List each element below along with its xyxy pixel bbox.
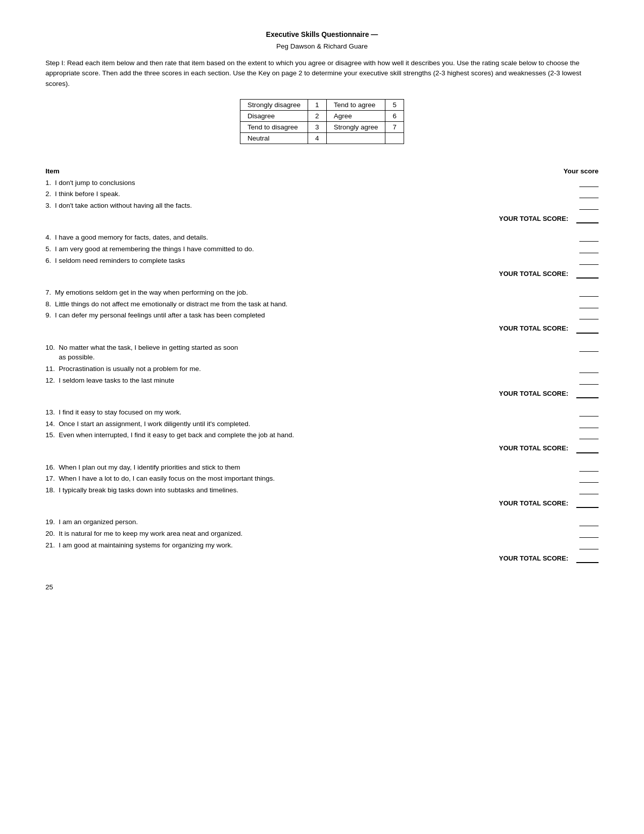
subtitle: Peg Dawson & Richard Guare [45,42,599,50]
score-input-11[interactable] [579,364,599,373]
question-9-text: 9. I can defer my personal feelings unti… [45,310,579,320]
table-row: 2. I think before I speak. [45,189,599,199]
score-input-20[interactable] [579,529,599,538]
section-4-total-label: YOUR TOTAL SCORE: [499,390,568,397]
scale-label-7: Strongly agree [326,121,385,132]
question-20-text: 20. It is natural for me to keep my work… [45,529,579,539]
section-2-total-line[interactable] [576,268,599,279]
scale-label-6: Agree [326,110,385,121]
scale-value-6: 6 [385,110,404,121]
score-input-14[interactable] [579,419,599,428]
section-6: 16. When I plan out my day, I identify p… [45,462,599,508]
table-row: 7. My emotions seldom get in the way whe… [45,288,599,298]
scale-label-2: Disagree [240,110,308,121]
section-4-total-line[interactable] [576,388,599,398]
scale-value-5: 5 [385,99,404,110]
table-row: 16. When I plan out my day, I identify p… [45,462,599,473]
question-1-text: 1. I don't jump to conclusions [45,178,579,188]
question-17-text: 17. When I have a lot to do, I can easil… [45,474,579,484]
question-16-text: 16. When I plan out my day, I identify p… [45,462,579,473]
section-5: 13. I find it easy to stay focused on my… [45,407,599,453]
score-input-19[interactable] [579,517,599,526]
scale-value-2: 2 [308,110,327,121]
score-input-13[interactable] [579,407,599,416]
section-6-total-line[interactable] [576,498,599,508]
scale-value-4: 4 [308,132,327,144]
scale-label-1: Strongly disagree [240,99,308,110]
section-3: 7. My emotions seldom get in the way whe… [45,288,599,334]
column-headers: Item Your score [45,167,599,175]
section-3-total-label: YOUR TOTAL SCORE: [499,325,568,332]
page-title: Executive Skills Questionnaire — [45,30,599,38]
table-row: 1. I don't jump to conclusions [45,178,599,188]
table-row: 15. Even when interrupted, I find it eas… [45,430,599,440]
question-5-text: 5. I am very good at remembering the thi… [45,244,579,254]
question-7-text: 7. My emotions seldom get in the way whe… [45,288,579,298]
question-14-text: 14. Once I start an assignment, I work d… [45,419,579,429]
section-1-total-row: YOUR TOTAL SCORE: [45,213,599,223]
scale-label-4: Neutral [240,132,308,144]
question-2-text: 2. I think before I speak. [45,189,579,199]
score-input-16[interactable] [579,462,599,472]
table-row: 14. Once I start an assignment, I work d… [45,419,599,429]
rating-scale-container: Strongly disagree 1 Tend to agree 5 Disa… [45,99,599,156]
score-input-6[interactable] [579,256,599,265]
section-1: 1. I don't jump to conclusions 2. I thin… [45,178,599,224]
question-6-text: 6. I seldom need reminders to complete t… [45,256,579,266]
table-row: 10. No matter what the task, I believe i… [45,343,599,362]
table-row: 20. It is natural for me to keep my work… [45,529,599,539]
table-row: 9. I can defer my personal feelings unti… [45,310,599,320]
section-3-total-line[interactable] [576,323,599,334]
table-row: 3. I don't take action without having al… [45,201,599,211]
score-input-2[interactable] [579,189,599,198]
score-input-18[interactable] [579,485,599,494]
section-3-total-row: YOUR TOTAL SCORE: [45,323,599,334]
table-row: 13. I find it easy to stay focused on my… [45,407,599,418]
scale-empty-2 [385,132,404,144]
section-7-total-line[interactable] [576,553,599,563]
table-row: 18. I typically break big tasks down int… [45,485,599,495]
score-input-4[interactable] [579,233,599,242]
section-7-total-row: YOUR TOTAL SCORE: [45,553,599,563]
score-input-12[interactable] [579,376,599,385]
table-row: 11. Procrastination is usually not a pro… [45,364,599,374]
question-19-text: 19. I am an organized person. [45,517,579,527]
question-15-text: 15. Even when interrupted, I find it eas… [45,430,579,440]
table-row: 5. I am very good at remembering the thi… [45,244,599,254]
section-1-total-line[interactable] [576,213,599,223]
section-2: 4. I have a good memory for facts, dates… [45,233,599,279]
score-input-8[interactable] [579,299,599,308]
question-13-text: 13. I find it easy to stay focused on my… [45,407,579,418]
question-3-text: 3. I don't take action without having al… [45,201,579,211]
score-input-3[interactable] [579,201,599,210]
scale-empty-1 [326,132,385,144]
score-input-9[interactable] [579,310,599,319]
table-row: 8. Little things do not affect me emotio… [45,299,599,309]
table-row: 17. When I have a lot to do, I can easil… [45,474,599,484]
page-number: 25 [45,583,599,591]
section-6-total-label: YOUR TOTAL SCORE: [499,499,568,507]
score-input-21[interactable] [579,540,599,549]
section-5-total-row: YOUR TOTAL SCORE: [45,443,599,453]
section-5-total-label: YOUR TOTAL SCORE: [499,444,568,452]
section-1-total-label: YOUR TOTAL SCORE: [499,215,568,222]
section-4-total-row: YOUR TOTAL SCORE: [45,388,599,398]
section-2-total-row: YOUR TOTAL SCORE: [45,268,599,279]
table-row: 21. I am good at maintaining systems for… [45,540,599,550]
question-4-text: 4. I have a good memory for facts, dates… [45,233,579,243]
section-5-total-line[interactable] [576,443,599,453]
score-input-1[interactable] [579,178,599,187]
table-row: 12. I seldom leave tasks to the last min… [45,376,599,386]
scale-label-3: Tend to disagree [240,121,308,132]
section-6-total-row: YOUR TOTAL SCORE: [45,498,599,508]
question-12-text: 12. I seldom leave tasks to the last min… [45,376,579,386]
score-input-15[interactable] [579,430,599,439]
table-row: 6. I seldom need reminders to complete t… [45,256,599,266]
score-input-5[interactable] [579,244,599,253]
section-7-total-label: YOUR TOTAL SCORE: [499,554,568,562]
score-input-7[interactable] [579,288,599,297]
scale-value-1: 1 [308,99,327,110]
scale-label-5: Tend to agree [326,99,385,110]
score-input-10[interactable] [579,343,599,352]
score-input-17[interactable] [579,474,599,483]
